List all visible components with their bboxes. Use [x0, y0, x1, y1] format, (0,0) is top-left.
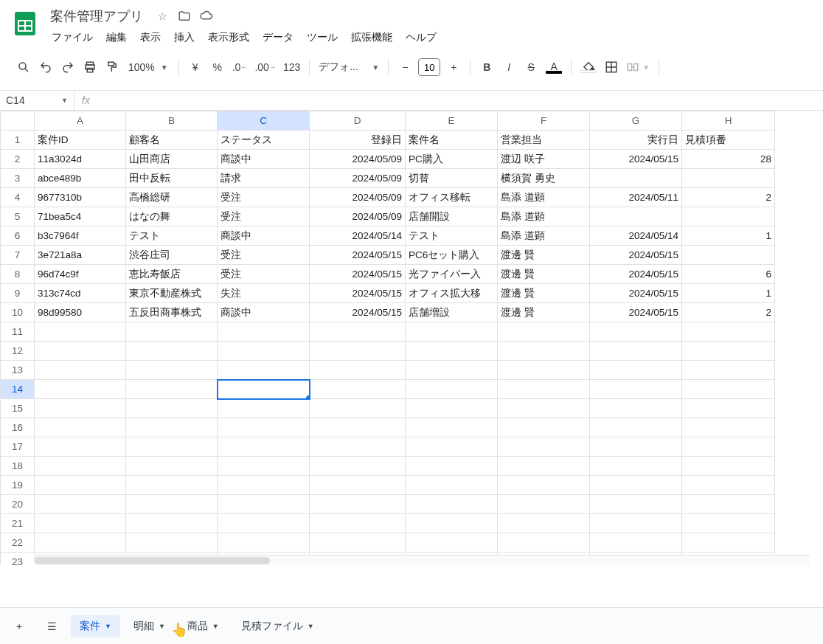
row-header-10[interactable]: 10 — [1, 303, 35, 322]
row-header-2[interactable]: 2 — [1, 150, 35, 169]
cell[interactable]: 96d74c9f — [35, 265, 126, 284]
sheet-tab-3[interactable]: 見積ファイル▼ — [232, 615, 323, 637]
cell[interactable] — [310, 495, 406, 514]
cell[interactable]: 1 — [682, 284, 775, 303]
cell[interactable] — [126, 457, 218, 476]
cell[interactable] — [126, 533, 218, 553]
cell[interactable]: 2024/05/15 — [310, 284, 406, 303]
cell[interactable]: 横須賀 勇史 — [498, 169, 590, 188]
cell[interactable]: 店舗開設 — [406, 207, 498, 226]
merge-cells-icon[interactable]: ▼ — [623, 56, 653, 78]
sheet-tab-0[interactable]: 案件▼ — [71, 615, 120, 637]
cell[interactable] — [682, 514, 775, 533]
cell[interactable]: 2024/05/15 — [310, 265, 406, 284]
cell[interactable]: 恵比寿飯店 — [126, 265, 218, 284]
strikethrough-icon[interactable]: S — [521, 56, 541, 78]
cell[interactable] — [498, 457, 590, 476]
cell[interactable] — [498, 533, 590, 553]
cell[interactable] — [126, 476, 218, 495]
cell[interactable] — [126, 380, 218, 399]
horizontal-scrollbar[interactable] — [34, 555, 810, 565]
cell[interactable]: 見積項番 — [682, 131, 775, 150]
cell[interactable] — [126, 399, 218, 418]
cell[interactable]: 受注 — [218, 246, 310, 265]
cell[interactable]: 2024/05/14 — [310, 226, 406, 246]
cell[interactable]: 案件ID — [35, 131, 126, 150]
cell[interactable] — [406, 322, 498, 342]
menu-3[interactable]: 挿入 — [168, 28, 201, 47]
cell[interactable]: abce489b — [35, 169, 126, 188]
cell[interactable] — [218, 399, 310, 418]
increase-decimal-icon[interactable]: .00→ — [251, 56, 278, 78]
borders-icon[interactable] — [601, 56, 622, 78]
paint-format-icon[interactable] — [102, 56, 122, 78]
cell[interactable] — [218, 342, 310, 361]
cell[interactable]: 切替 — [406, 169, 498, 188]
select-all-corner[interactable] — [1, 111, 35, 131]
cell[interactable]: はなの舞 — [126, 207, 218, 226]
cell[interactable]: 渡邊 賢 — [498, 303, 590, 322]
cell[interactable]: 田中反転 — [126, 169, 218, 188]
more-formats-icon[interactable]: 123 — [280, 56, 303, 78]
cell[interactable] — [590, 169, 682, 188]
cell[interactable]: 山田商店 — [126, 150, 218, 169]
cell[interactable] — [590, 418, 682, 437]
cloud-status-icon[interactable] — [199, 9, 214, 24]
row-header-7[interactable]: 7 — [1, 246, 35, 265]
percent-format-icon[interactable]: % — [207, 56, 228, 78]
cell[interactable]: ステータス — [218, 131, 310, 150]
cell[interactable]: テスト — [406, 226, 498, 246]
cell[interactable] — [682, 457, 775, 476]
menu-5[interactable]: データ — [257, 28, 299, 47]
row-header-14[interactable]: 14 — [1, 380, 35, 399]
col-header-H[interactable]: H — [682, 111, 775, 131]
cell[interactable] — [406, 380, 498, 399]
move-folder-icon[interactable] — [177, 9, 192, 24]
cell[interactable] — [126, 322, 218, 342]
cell[interactable] — [218, 495, 310, 514]
cell[interactable]: 商談中 — [218, 303, 310, 322]
cell[interactable] — [35, 418, 126, 437]
cell[interactable] — [406, 437, 498, 457]
cell[interactable] — [682, 533, 775, 553]
chevron-down-icon[interactable]: ▼ — [105, 623, 111, 630]
cell[interactable] — [35, 495, 126, 514]
font-family-dropdown[interactable]: デフォ...▼ — [316, 60, 382, 74]
col-header-F[interactable]: F — [498, 111, 590, 131]
cell[interactable] — [682, 322, 775, 342]
cell[interactable]: オフィス拡大移 — [406, 284, 498, 303]
row-header-18[interactable]: 18 — [1, 457, 35, 476]
cell[interactable] — [310, 361, 406, 380]
row-header-9[interactable]: 9 — [1, 284, 35, 303]
menu-6[interactable]: ツール — [301, 28, 344, 47]
cell[interactable] — [682, 495, 775, 514]
cell[interactable]: 登録日 — [310, 131, 406, 150]
cell[interactable]: b3c7964f — [35, 226, 126, 246]
cell[interactable] — [126, 342, 218, 361]
row-header-8[interactable]: 8 — [1, 265, 35, 284]
cell[interactable] — [682, 361, 775, 380]
cell[interactable] — [498, 418, 590, 437]
cell[interactable] — [590, 207, 682, 226]
cell[interactable]: テスト — [126, 226, 218, 246]
cell[interactable]: 島添 道顕 — [498, 188, 590, 207]
cell[interactable]: 渋谷庄司 — [126, 246, 218, 265]
cell[interactable] — [682, 342, 775, 361]
cell[interactable] — [35, 342, 126, 361]
col-header-D[interactable]: D — [310, 111, 406, 131]
cell[interactable] — [218, 322, 310, 342]
cell[interactable] — [35, 476, 126, 495]
undo-icon[interactable] — [35, 56, 56, 78]
cell[interactable]: 2024/05/14 — [590, 226, 682, 246]
cell[interactable]: 9677310b — [35, 188, 126, 207]
cell[interactable]: 2 — [682, 188, 775, 207]
cell[interactable] — [590, 514, 682, 533]
cell[interactable] — [682, 437, 775, 457]
cell[interactable]: 島添 道顕 — [498, 207, 590, 226]
col-header-C[interactable]: C — [218, 111, 310, 131]
row-header-4[interactable]: 4 — [1, 188, 35, 207]
cell[interactable] — [498, 476, 590, 495]
cell[interactable]: 実行日 — [590, 131, 682, 150]
row-header-23[interactable]: 23 — [1, 553, 35, 566]
cell[interactable] — [310, 514, 406, 533]
